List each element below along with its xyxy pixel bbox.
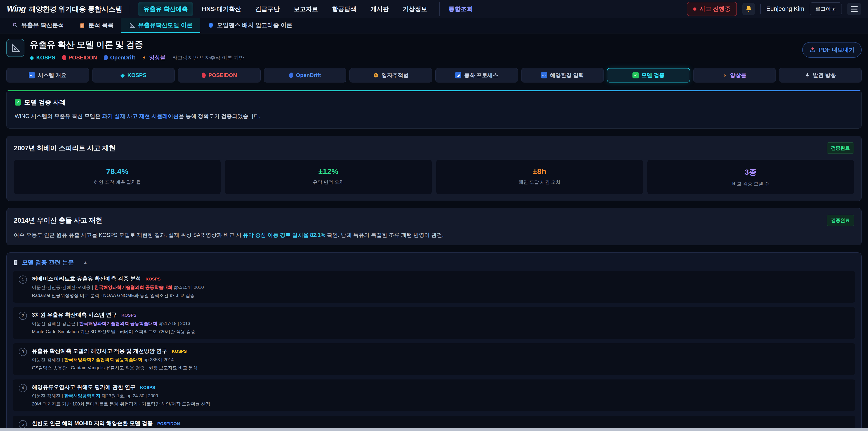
nav-weather-info[interactable]: 기상정보	[397, 2, 433, 16]
pill-weathering-process[interactable]: 풍화 프로세스	[435, 68, 518, 83]
case-2014-title: 2014년 우이산 충돌 사고 재현	[14, 216, 102, 225]
pill-model-validation[interactable]: ✓ 모델 검증	[607, 68, 690, 83]
sub-tab-bar: 유출유 확산분석 분석 목록 유출유확산모델 이론 오일펜스 배치 알고리즘 이…	[0, 18, 868, 33]
paper-journal: 한국해양공학회지	[64, 393, 100, 398]
paper-description: 20년 과거자료 기반 100회 몬테카를로 통계 위험평가 · 가로림만 해안…	[32, 401, 210, 407]
pill-poseidon[interactable]: POSEIDON	[178, 68, 260, 83]
tab-label: 유출유확산모델 이론	[138, 21, 192, 29]
pdf-export-button[interactable]: PDF 내보내기	[802, 42, 862, 58]
collapse-triangle-icon: ▲	[83, 260, 88, 266]
nav-emergency-rescue[interactable]: 긴급구난	[250, 2, 285, 16]
paper-title: 허베이스피리트호 유출유 확산예측 검증 분석	[32, 275, 141, 282]
page-bottom-strip	[0, 428, 868, 431]
case-2014-body-prefix: 여수 오동도 인근 원유 유출 사고를 KOSPS 모델로 재현한 결과, 실제…	[14, 232, 243, 238]
stat-label: 유막 면적 오차	[225, 179, 432, 185]
case-2014-body-suffix: 확인. 남해 특유의 복잡한 조류 패턴 반영이 관건.	[326, 232, 444, 238]
lightning-icon	[142, 55, 147, 61]
diamond-icon: ◆	[121, 72, 125, 79]
badge-label: 앙상블	[149, 54, 165, 61]
tab-label: 유출유 확산분석	[21, 21, 64, 29]
paper-row[interactable]: 2 3차원 유출유 확산예측 시스템 연구 KOSPS 이문진·김혜진·강관근 …	[13, 307, 855, 339]
case-2014-body: 여수 오동도 인근 원유 유출 사고를 KOSPS 모델로 재현한 결과, 실제…	[14, 232, 854, 239]
nav-reports[interactable]: 보고자료	[288, 2, 323, 16]
section-pill-nav: 시스템 개요 ◆ KOSPS POSEIDON OpenDrift 입자추적법 …	[6, 68, 862, 83]
pill-future-direction[interactable]: 발전 방향	[779, 68, 862, 83]
app-logo: Wing 해양환경 위기대응 통합시스템	[7, 4, 122, 14]
paper-model-tag: POSEIDON	[157, 421, 180, 426]
paper-title: 3차원 유출유 확산예측 시스템 연구	[32, 311, 117, 318]
microscope-icon	[12, 22, 18, 28]
tab-spill-analysis[interactable]: 유출유 확산분석	[4, 18, 72, 33]
set-square-icon	[10, 43, 20, 53]
paper-row[interactable]: 4 해양유류오염사고 위해도 평가에 관한 연구 KOSPS 이문진·김혜진 |…	[13, 379, 855, 411]
stat-card: 3종 비교 검증 모델 수	[647, 160, 854, 194]
nav-board[interactable]: 게시판	[365, 2, 394, 16]
nav-aerial-search[interactable]: 항공탐색	[327, 2, 362, 16]
badge-opendrift: OpenDrift	[104, 55, 135, 61]
pill-label: 입자추적법	[381, 72, 409, 79]
pill-label: 앙상블	[730, 72, 746, 79]
pill-label: 발전 방향	[813, 72, 836, 79]
lightning-icon	[723, 72, 727, 78]
tab-diffusion-model-theory[interactable]: 유출유확산모델 이론	[121, 18, 200, 33]
page-title-bar: 유출유 확산 모델 이론 및 검증 ◆ KOSPS POSEIDON OpenD…	[6, 39, 862, 61]
paper-pages-year: pp.3154 | 2010	[174, 285, 204, 290]
paper-authors: 이문진·김혜진·강관근	[32, 321, 75, 326]
logout-button[interactable]: 로그아웃	[810, 2, 842, 16]
diamond-icon: ◆	[30, 55, 34, 61]
callout-body-suffix: 을 통해 정확도가 검증되었습니다.	[179, 113, 260, 119]
compass-icon	[373, 72, 379, 78]
badge-label: OpenDrift	[110, 55, 135, 61]
paper-model-tag: KOSPS	[121, 313, 136, 318]
case-2007-stats: 78.4% 해안 표착 예측 일치율 ±12% 유막 면적 오차 ±8h 해안 …	[14, 160, 854, 194]
paper-pages-year: pp.2353 | 2014	[144, 357, 174, 362]
user-name: Eunjeong Kim	[766, 5, 804, 12]
tab-analysis-list[interactable]: 분석 목록	[72, 18, 121, 33]
check-icon: ✓	[632, 72, 639, 79]
paper-title: 해양유류오염사고 위해도 평가에 관한 연구	[32, 383, 135, 391]
stat-label: 해안 표착 예측 일치율	[14, 179, 221, 185]
paper-row[interactable]: 3 유출유 확산예측 모델의 해양사고 적용 및 개선방안 연구 KOSPS 이…	[13, 343, 855, 375]
incident-status-badge[interactable]: 사고 진행중	[687, 2, 737, 16]
tab-label: 오일펜스 배치 알고리즘 이론	[217, 21, 292, 29]
stat-card: ±8h 해안 도달 시간 오차	[436, 160, 643, 194]
callout-body-prefix: WING 시스템의 유출유 확산 모델은	[15, 113, 102, 119]
case-2007-card: 2007년 허베이 스피리트 사고 재현 검증완료 78.4% 해안 표착 예측…	[6, 136, 862, 201]
red-dot-icon	[693, 7, 696, 11]
case-2014-card: 2014년 우이산 충돌 사고 재현 검증완료 여수 오동도 인근 원유 유출 …	[6, 208, 862, 245]
red-oval-icon	[202, 72, 206, 78]
pdf-export-label: PDF 내보내기	[819, 46, 855, 54]
nav-hns-atmospheric[interactable]: HNS·대기확산	[196, 2, 247, 16]
paper-row[interactable]: 1 허베이스피리트호 유출유 확산예측 검증 분석 KOSPS 이문진·김선동·…	[13, 271, 855, 303]
pill-label: OpenDrift	[296, 72, 321, 79]
pill-system-overview[interactable]: 시스템 개요	[6, 68, 89, 83]
wave-icon	[29, 72, 35, 79]
badge-label: POSEIDON	[68, 55, 97, 61]
tab-oil-fence-algorithm-theory[interactable]: 오일펜스 배치 알고리즘 이론	[200, 18, 300, 33]
paper-meta: 이문진·김혜진 | 한국해양공학회지 제23권 1호, pp.24-30 | 2…	[32, 393, 210, 399]
papers-collapse-toggle[interactable]: 모델 검증 관련 논문 ▲	[13, 258, 855, 267]
wave-icon	[541, 72, 547, 79]
badge-ensemble: 앙상블	[142, 54, 165, 61]
pill-particle-tracking[interactable]: 입자추적법	[349, 68, 432, 83]
nav-oil-spill-prediction[interactable]: 유출유 확산예측	[138, 2, 193, 16]
paper-number: 4	[19, 384, 27, 392]
paper-model-tag: KOSPS	[140, 385, 155, 390]
pill-marine-environment-input[interactable]: 해양환경 입력	[521, 68, 604, 83]
pill-kosps[interactable]: ◆ KOSPS	[92, 68, 175, 83]
paper-number: 5	[19, 420, 27, 428]
nav-integrated-search[interactable]: 통합조회	[439, 2, 478, 16]
paper-authors: 이문진·김혜진	[32, 357, 61, 362]
case-2014-body-highlight: 유막 중심 이동 경로 일치율 82.1%	[243, 232, 325, 238]
callout-body-highlight[interactable]: 과거 실제 사고 재현 시뮬레이션	[102, 113, 179, 119]
check-icon: ✓	[15, 99, 21, 105]
notifications-button[interactable]	[742, 3, 755, 16]
badge-poseidon: POSEIDON	[62, 55, 97, 61]
app-header: Wing 해양환경 위기대응 통합시스템 유출유 확산예측 HNS·대기확산 긴…	[0, 0, 868, 18]
paper-number: 3	[19, 348, 27, 356]
pill-label: 시스템 개요	[38, 72, 66, 79]
pill-ensemble[interactable]: 앙상블	[693, 68, 776, 83]
blue-oval-icon	[289, 72, 293, 78]
pill-opendrift[interactable]: OpenDrift	[264, 68, 346, 83]
menu-button[interactable]	[847, 3, 861, 16]
